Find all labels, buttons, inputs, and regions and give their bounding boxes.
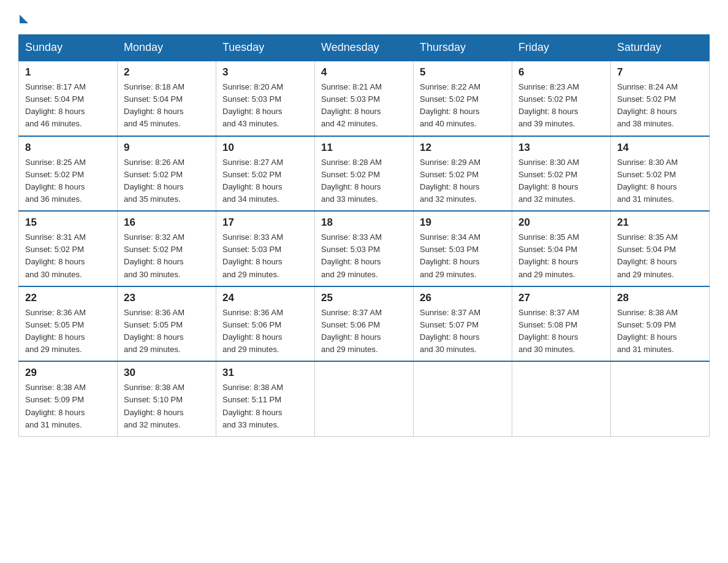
day-number: 28 xyxy=(617,292,703,304)
day-info: Sunrise: 8:26 AMSunset: 5:02 PMDaylight:… xyxy=(124,156,210,206)
day-info: Sunrise: 8:17 AMSunset: 5:04 PMDaylight:… xyxy=(25,81,111,131)
day-number: 18 xyxy=(321,216,407,229)
calendar-day-cell: 14Sunrise: 8:30 AMSunset: 5:02 PMDayligh… xyxy=(611,136,710,212)
day-info: Sunrise: 8:38 AMSunset: 5:10 PMDaylight:… xyxy=(124,381,210,431)
day-number: 2 xyxy=(124,66,210,79)
day-info: Sunrise: 8:36 AMSunset: 5:06 PMDaylight:… xyxy=(222,307,308,356)
day-info: Sunrise: 8:32 AMSunset: 5:02 PMDaylight:… xyxy=(124,231,210,281)
day-info: Sunrise: 8:35 AMSunset: 5:04 PMDaylight:… xyxy=(617,231,703,281)
day-number: 15 xyxy=(25,216,111,229)
calendar-day-cell: 4Sunrise: 8:21 AMSunset: 5:03 PMDaylight… xyxy=(315,61,414,136)
calendar-day-cell: 24Sunrise: 8:36 AMSunset: 5:06 PMDayligh… xyxy=(216,286,315,362)
day-info: Sunrise: 8:37 AMSunset: 5:06 PMDaylight:… xyxy=(321,307,407,356)
calendar-day-cell: 31Sunrise: 8:38 AMSunset: 5:11 PMDayligh… xyxy=(216,361,315,436)
weekday-header-thursday: Thursday xyxy=(414,35,512,61)
day-number: 1 xyxy=(25,66,111,79)
day-info: Sunrise: 8:27 AMSunset: 5:02 PMDaylight:… xyxy=(222,156,308,206)
day-info: Sunrise: 8:25 AMSunset: 5:02 PMDaylight:… xyxy=(25,156,111,206)
calendar-day-cell: 11Sunrise: 8:28 AMSunset: 5:02 PMDayligh… xyxy=(315,136,414,212)
day-number: 27 xyxy=(518,292,604,304)
calendar-day-cell: 18Sunrise: 8:33 AMSunset: 5:03 PMDayligh… xyxy=(315,211,414,286)
day-number: 14 xyxy=(617,142,703,154)
calendar-day-cell: 12Sunrise: 8:29 AMSunset: 5:02 PMDayligh… xyxy=(414,136,512,212)
day-number: 20 xyxy=(518,216,604,229)
day-number: 9 xyxy=(124,142,210,154)
day-info: Sunrise: 8:38 AMSunset: 5:09 PMDaylight:… xyxy=(25,381,111,431)
calendar-day-cell: 7Sunrise: 8:24 AMSunset: 5:02 PMDaylight… xyxy=(611,61,710,136)
weekday-header-saturday: Saturday xyxy=(611,35,710,61)
day-number: 11 xyxy=(321,142,407,154)
calendar-day-cell: 28Sunrise: 8:38 AMSunset: 5:09 PMDayligh… xyxy=(611,286,710,362)
calendar-week-row: 8Sunrise: 8:25 AMSunset: 5:02 PMDaylight… xyxy=(19,136,710,212)
calendar-day-cell: 20Sunrise: 8:35 AMSunset: 5:04 PMDayligh… xyxy=(512,211,611,286)
day-info: Sunrise: 8:37 AMSunset: 5:08 PMDaylight:… xyxy=(518,307,604,356)
calendar-day-cell: 30Sunrise: 8:38 AMSunset: 5:10 PMDayligh… xyxy=(118,361,216,436)
calendar-day-cell: 25Sunrise: 8:37 AMSunset: 5:06 PMDayligh… xyxy=(315,286,414,362)
day-number: 4 xyxy=(321,66,407,79)
day-number: 5 xyxy=(420,66,506,79)
day-info: Sunrise: 8:33 AMSunset: 5:03 PMDaylight:… xyxy=(321,231,407,281)
calendar-day-cell: 29Sunrise: 8:38 AMSunset: 5:09 PMDayligh… xyxy=(19,361,118,436)
calendar-day-cell: 27Sunrise: 8:37 AMSunset: 5:08 PMDayligh… xyxy=(512,286,611,362)
weekday-header-monday: Monday xyxy=(118,35,216,61)
day-info: Sunrise: 8:18 AMSunset: 5:04 PMDaylight:… xyxy=(124,81,210,131)
calendar-day-cell: 17Sunrise: 8:33 AMSunset: 5:03 PMDayligh… xyxy=(216,211,315,286)
day-number: 25 xyxy=(321,292,407,304)
day-number: 16 xyxy=(124,216,210,229)
calendar-day-cell: 6Sunrise: 8:23 AMSunset: 5:02 PMDaylight… xyxy=(512,61,611,136)
calendar-day-cell: 8Sunrise: 8:25 AMSunset: 5:02 PMDaylight… xyxy=(19,136,118,212)
calendar-day-cell xyxy=(611,361,710,436)
weekday-header-sunday: Sunday xyxy=(19,35,118,61)
logo xyxy=(18,12,28,22)
day-number: 30 xyxy=(124,367,210,379)
weekday-header-row: SundayMondayTuesdayWednesdayThursdayFrid… xyxy=(19,35,710,61)
calendar-day-cell: 16Sunrise: 8:32 AMSunset: 5:02 PMDayligh… xyxy=(118,211,216,286)
calendar-day-cell: 26Sunrise: 8:37 AMSunset: 5:07 PMDayligh… xyxy=(414,286,512,362)
day-number: 26 xyxy=(420,292,506,304)
day-number: 23 xyxy=(124,292,210,304)
day-info: Sunrise: 8:30 AMSunset: 5:02 PMDaylight:… xyxy=(617,156,703,206)
day-number: 29 xyxy=(25,367,111,379)
calendar-day-cell: 23Sunrise: 8:36 AMSunset: 5:05 PMDayligh… xyxy=(118,286,216,362)
calendar-day-cell: 15Sunrise: 8:31 AMSunset: 5:02 PMDayligh… xyxy=(19,211,118,286)
day-info: Sunrise: 8:29 AMSunset: 5:02 PMDaylight:… xyxy=(420,156,506,206)
day-info: Sunrise: 8:22 AMSunset: 5:02 PMDaylight:… xyxy=(420,81,506,131)
calendar-day-cell: 3Sunrise: 8:20 AMSunset: 5:03 PMDaylight… xyxy=(216,61,315,136)
calendar-day-cell: 10Sunrise: 8:27 AMSunset: 5:02 PMDayligh… xyxy=(216,136,315,212)
day-info: Sunrise: 8:24 AMSunset: 5:02 PMDaylight:… xyxy=(617,81,703,131)
calendar-day-cell xyxy=(315,361,414,436)
calendar-day-cell xyxy=(512,361,611,436)
calendar-day-cell: 1Sunrise: 8:17 AMSunset: 5:04 PMDaylight… xyxy=(19,61,118,136)
day-number: 12 xyxy=(420,142,506,154)
calendar-day-cell: 9Sunrise: 8:26 AMSunset: 5:02 PMDaylight… xyxy=(118,136,216,212)
day-info: Sunrise: 8:38 AMSunset: 5:11 PMDaylight:… xyxy=(222,381,308,431)
day-info: Sunrise: 8:34 AMSunset: 5:03 PMDaylight:… xyxy=(420,231,506,281)
day-number: 6 xyxy=(518,66,604,79)
day-info: Sunrise: 8:38 AMSunset: 5:09 PMDaylight:… xyxy=(617,307,703,356)
calendar-table: SundayMondayTuesdayWednesdayThursdayFrid… xyxy=(18,34,710,437)
day-number: 13 xyxy=(518,142,604,154)
day-number: 22 xyxy=(25,292,111,304)
calendar-day-cell: 22Sunrise: 8:36 AMSunset: 5:05 PMDayligh… xyxy=(19,286,118,362)
day-info: Sunrise: 8:30 AMSunset: 5:02 PMDaylight:… xyxy=(518,156,604,206)
calendar-day-cell: 5Sunrise: 8:22 AMSunset: 5:02 PMDaylight… xyxy=(414,61,512,136)
day-info: Sunrise: 8:23 AMSunset: 5:02 PMDaylight:… xyxy=(518,81,604,131)
day-number: 17 xyxy=(222,216,308,229)
day-info: Sunrise: 8:36 AMSunset: 5:05 PMDaylight:… xyxy=(25,307,111,356)
logo-arrow-icon xyxy=(20,15,28,23)
page-header xyxy=(18,12,710,22)
day-info: Sunrise: 8:33 AMSunset: 5:03 PMDaylight:… xyxy=(222,231,308,281)
day-number: 3 xyxy=(222,66,308,79)
day-number: 31 xyxy=(222,367,308,379)
day-info: Sunrise: 8:37 AMSunset: 5:07 PMDaylight:… xyxy=(420,307,506,356)
day-number: 7 xyxy=(617,66,703,79)
day-info: Sunrise: 8:35 AMSunset: 5:04 PMDaylight:… xyxy=(518,231,604,281)
day-number: 8 xyxy=(25,142,111,154)
day-number: 24 xyxy=(222,292,308,304)
day-number: 10 xyxy=(222,142,308,154)
weekday-header-tuesday: Tuesday xyxy=(216,35,315,61)
calendar-day-cell xyxy=(414,361,512,436)
day-info: Sunrise: 8:31 AMSunset: 5:02 PMDaylight:… xyxy=(25,231,111,281)
calendar-week-row: 15Sunrise: 8:31 AMSunset: 5:02 PMDayligh… xyxy=(19,211,710,286)
calendar-day-cell: 2Sunrise: 8:18 AMSunset: 5:04 PMDaylight… xyxy=(118,61,216,136)
